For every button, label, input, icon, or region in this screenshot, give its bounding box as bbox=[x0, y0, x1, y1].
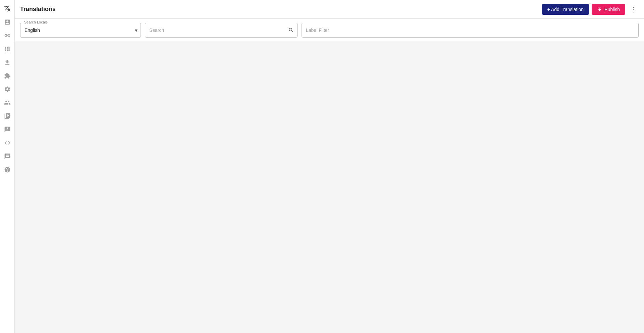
sidebar-item-plugins[interactable] bbox=[1, 70, 13, 82]
search-button[interactable] bbox=[288, 27, 294, 33]
search-locale-label: Search Locale bbox=[23, 20, 48, 24]
sidebar-item-chat[interactable] bbox=[1, 150, 13, 162]
sidebar-item-settings[interactable] bbox=[1, 83, 13, 95]
sidebar-item-pages[interactable] bbox=[1, 16, 13, 28]
sidebar-item-users[interactable] bbox=[1, 97, 13, 109]
label-filter-input[interactable] bbox=[302, 23, 639, 38]
toolbar: Search Locale English French Spanish Ger… bbox=[15, 19, 644, 42]
sidebar-item-import[interactable] bbox=[1, 56, 13, 68]
main-content: Translations + Add Translation Publish ⋮… bbox=[15, 0, 644, 333]
search-locale-select[interactable]: English French Spanish German bbox=[20, 23, 141, 38]
add-translation-button[interactable]: + Add Translation bbox=[542, 4, 589, 15]
search-input[interactable] bbox=[145, 23, 298, 38]
sidebar-item-links[interactable] bbox=[1, 30, 13, 42]
header: Translations + Add Translation Publish ⋮ bbox=[15, 0, 644, 19]
sidebar bbox=[0, 0, 15, 333]
sidebar-item-reviews[interactable] bbox=[1, 123, 13, 135]
sidebar-item-media[interactable] bbox=[1, 110, 13, 122]
sidebar-item-components[interactable] bbox=[1, 43, 13, 55]
content-area bbox=[15, 42, 644, 333]
search-wrapper bbox=[145, 23, 298, 38]
search-locale-wrapper: Search Locale English French Spanish Ger… bbox=[20, 23, 141, 38]
sidebar-item-help[interactable] bbox=[1, 164, 13, 176]
more-options-button[interactable]: ⋮ bbox=[628, 3, 639, 15]
header-actions: + Add Translation Publish ⋮ bbox=[542, 3, 639, 15]
publish-button[interactable]: Publish bbox=[592, 4, 625, 15]
page-title: Translations bbox=[20, 6, 542, 13]
sidebar-item-code[interactable] bbox=[1, 137, 13, 149]
search-icon bbox=[288, 27, 294, 33]
publish-icon bbox=[597, 7, 602, 12]
sidebar-item-translations[interactable] bbox=[1, 3, 13, 15]
